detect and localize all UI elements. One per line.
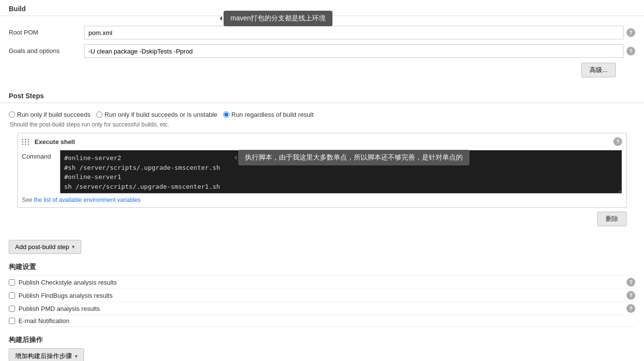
root-pom-help-icon[interactable]: ? xyxy=(627,28,635,37)
goals-input[interactable] xyxy=(84,44,624,58)
radio-unstable-input[interactable] xyxy=(96,111,103,118)
see-vars-row: See the list of available environment va… xyxy=(22,197,622,203)
pmd-help-icon[interactable]: ? xyxy=(627,304,635,313)
add-post-build-op-label: 增加构建后操作步骤 xyxy=(15,352,72,361)
add-post-build-step-button[interactable]: Add post-build step ▾ xyxy=(9,240,81,254)
email-label: E-mail Notification xyxy=(18,317,70,325)
post-build-section: 构建后操作 增加构建后操作步骤 ▾ xyxy=(0,332,644,361)
goals-help-icon[interactable]: ? xyxy=(627,47,635,55)
findbugs-help-icon[interactable]: ? xyxy=(627,291,635,300)
add-step-wrap: Add post-build step ▾ xyxy=(0,235,644,259)
command-label: Command xyxy=(22,150,56,160)
execute-shell-header: Execute shell ? xyxy=(22,137,622,146)
add-step-label: Add post-build step xyxy=(15,243,69,251)
post-steps-radios: Run only if build succeeds Run only if b… xyxy=(9,111,635,118)
post-steps-header: Post Steps xyxy=(0,87,644,103)
command-row: Command <span class="code-line code-comm… xyxy=(22,150,622,194)
radio-regardless[interactable]: Run regardless of build result xyxy=(223,111,313,118)
findbugs-left: Publish FindBugs analysis results xyxy=(9,292,113,299)
email-row: E-mail Notification xyxy=(9,315,635,327)
pmd-checkbox[interactable] xyxy=(9,306,15,312)
email-checkbox[interactable] xyxy=(9,318,15,324)
goals-label: Goals and options xyxy=(9,44,84,54)
radio-unstable-label: Run only if build succeeds or is unstabl… xyxy=(104,111,217,118)
execute-shell-help-icon[interactable]: ? xyxy=(613,137,622,146)
findbugs-row: Publish FindBugs analysis results ? xyxy=(9,289,635,302)
build-settings-title: 构建设置 xyxy=(9,263,635,271)
pmd-label: Publish PMD analysis results xyxy=(18,305,100,312)
radio-succeeds[interactable]: Run only if build succeeds xyxy=(9,111,90,118)
pmd-left: Publish PMD analysis results xyxy=(9,305,100,312)
checkstyle-left: Publish Checkstyle analysis results xyxy=(9,279,117,286)
pmd-row: Publish PMD analysis results ? xyxy=(9,302,635,315)
add-post-build-op-arrow-icon: ▾ xyxy=(75,353,78,360)
build-section: Root POM ? Goals and options ? 高级... xyxy=(0,21,644,87)
checkstyle-help-icon[interactable]: ? xyxy=(627,278,635,287)
page-wrapper: maven打包的分支都是线上环境 执行脚本，由于我这里大多数单点，所以脚本还不够… xyxy=(0,0,644,361)
root-pom-row: Root POM ? xyxy=(9,26,635,39)
build-section-header: Build xyxy=(0,0,644,16)
execute-shell-wrap: Execute shell ? Command <span class="cod… xyxy=(17,133,627,208)
add-post-build-op-button[interactable]: 增加构建后操作步骤 ▾ xyxy=(9,348,84,361)
see-text: See xyxy=(22,197,34,203)
post-steps-section: Run only if build succeeds Run only if b… xyxy=(0,108,644,235)
checkstyle-checkbox[interactable] xyxy=(9,279,15,286)
build-settings-section: 构建设置 Publish Checkstyle analysis results… xyxy=(0,259,644,332)
execute-shell-title: Execute shell xyxy=(35,138,75,145)
radio-succeeds-label: Run only if build succeeds xyxy=(17,111,90,118)
post-steps-note: Should the post-build steps run only for… xyxy=(10,121,635,128)
findbugs-checkbox[interactable] xyxy=(9,292,15,299)
delete-button[interactable]: 删除 xyxy=(597,212,627,226)
root-pom-input-wrap: ? xyxy=(84,26,635,39)
radio-unstable[interactable]: Run only if build succeeds or is unstabl… xyxy=(96,111,217,118)
radio-regardless-label: Run regardless of build result xyxy=(231,111,313,118)
advanced-button[interactable]: 高级... xyxy=(581,63,616,77)
env-vars-link[interactable]: the list of available environment variab… xyxy=(34,197,140,203)
drag-handle-icon xyxy=(22,139,30,145)
findbugs-label: Publish FindBugs analysis results xyxy=(18,292,113,299)
goals-row: Goals and options ? xyxy=(9,44,635,58)
email-left: E-mail Notification xyxy=(9,317,70,325)
root-pom-input[interactable] xyxy=(84,26,624,39)
add-step-arrow-icon: ▾ xyxy=(72,244,75,250)
root-pom-label: Root POM xyxy=(9,26,84,36)
goals-input-wrap: ? xyxy=(84,44,635,58)
build-title: Build xyxy=(9,5,26,13)
checkstyle-row: Publish Checkstyle analysis results ? xyxy=(9,275,635,289)
checkstyle-label: Publish Checkstyle analysis results xyxy=(18,279,117,286)
post-steps-title: Post Steps xyxy=(9,92,44,100)
command-textarea[interactable]: <span class="code-line code-comment">#on… xyxy=(60,150,622,194)
radio-regardless-input[interactable] xyxy=(223,111,229,118)
radio-succeeds-input[interactable] xyxy=(9,111,15,118)
post-build-title: 构建后操作 xyxy=(9,336,635,344)
